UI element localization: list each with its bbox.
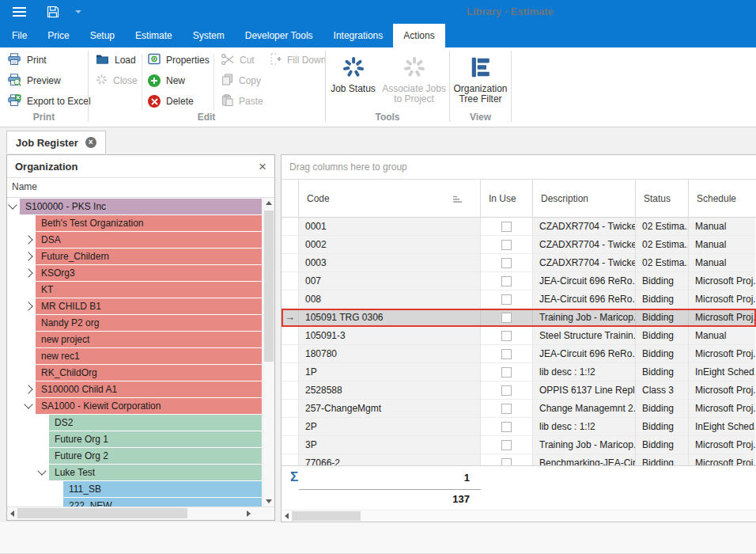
column-header-schedule[interactable]: Schedule [689,180,755,217]
export-to-excel-button[interactable]: Export to Excel [8,92,91,111]
hamburger-menu-icon[interactable] [13,7,26,17]
menu-tab-price[interactable]: Price [37,24,79,47]
menu-tab-actions[interactable]: Actions [393,24,444,47]
in-use-checkbox[interactable] [501,422,512,432]
menu-tab-estimate[interactable]: Estimate [125,24,183,47]
tree-item-future-org-1[interactable]: Future Org 1 [7,431,263,448]
copy-button[interactable]: Copy [221,71,261,90]
tree-item-kt[interactable]: KT [7,282,263,298]
scroll-up-icon[interactable] [266,201,272,205]
in-use-checkbox[interactable] [501,222,512,232]
paste-button[interactable]: Paste [221,92,263,111]
tree-item-luke-test[interactable]: Luke Test [7,465,263,481]
preview-button[interactable]: Preview [8,71,61,90]
expand-icon[interactable] [24,252,32,260]
menu-tab-setup[interactable]: Setup [80,24,125,47]
tree-item-future-org-2[interactable]: Future Org 2 [7,448,263,465]
in-use-checkbox[interactable] [501,367,512,378]
menu-tab-developer-tools[interactable]: Developer Tools [235,24,323,47]
tree-item-111-sb[interactable]: 111_SB [7,481,263,498]
column-header-in-use[interactable]: In Use [481,180,533,217]
tree-item-ds2[interactable]: DS2 [7,415,263,431]
scroll-left-icon[interactable] [285,513,289,519]
grid-row-2p[interactable]: 2Plib desc : 1:!2BiddingInEight Sched... [282,418,756,436]
in-use-checkbox[interactable] [501,440,512,450]
grid-row-2528588[interactable]: 2528588OPPIS 6137 Line Repl...Class 3Mic… [282,381,756,400]
grid-row-105091-trg-0306[interactable]: →105091 TRG 0306Training Job - Maricop..… [282,309,756,327]
tree-item-ksorg3[interactable]: KSOrg3 [7,265,263,282]
close-button[interactable]: Close [96,71,138,90]
menu-tab-file[interactable]: File [2,24,37,47]
tree-item-future-childern[interactable]: Future_Childern [7,249,263,265]
tree-item-rk-childorg[interactable]: RK_ChildOrg [7,365,263,381]
tree-item-sa1000-kiewit-corporation[interactable]: SA1000 - Kiewit Corporation [7,398,263,415]
fill-down-button[interactable]: Fill Down [270,51,326,70]
grid-row-1p[interactable]: 1Plib desc : 1:!2BiddingInEight Sched... [282,363,756,381]
tab-close-icon[interactable]: × [85,137,96,148]
in-use-checkbox[interactable] [501,294,512,305]
in-use-checkbox[interactable] [501,404,512,414]
scroll-left-icon[interactable] [10,510,14,517]
tree-item-mr-child-b1[interactable]: MR CHILD B1 [7,298,263,315]
collapse-icon[interactable] [8,200,17,209]
properties-button[interactable]: Properties [148,51,210,70]
in-use-checkbox[interactable] [501,240,512,250]
tree-item-nandy-p2-org[interactable]: Nandy P2 org [7,315,263,332]
panel-close-icon[interactable]: × [259,160,266,173]
expand-icon[interactable] [24,268,32,277]
associate-jobs-to-project-button[interactable]: Associate Jobs to Project [380,51,448,111]
grid-horizontal-scrollbar[interactable] [282,510,756,522]
grid-row-0002[interactable]: 0002CZADXR7704 - Twicke...02 Estima...Ma… [282,236,756,254]
tab-job-register[interactable]: Job Register × [6,131,106,154]
grid-row-3p[interactable]: 3PTraining Job - Maricop...BiddingMicros… [282,436,756,454]
scroll-down-icon[interactable] [266,499,272,503]
tree-item-new-rec1[interactable]: new rec1 [7,348,263,365]
column-header-code[interactable]: Code [299,180,481,217]
tree-item-s100000-child-a1[interactable]: S100000 Child A1 [7,381,263,398]
cut-button[interactable]: Cut [221,51,255,70]
save-dropdown-caret-icon[interactable] [75,10,81,13]
column-header-status[interactable]: Status [636,180,689,217]
in-use-checkbox[interactable] [501,385,512,396]
tree-vscrollbar-thumb[interactable] [264,211,274,362]
grid-row-0001[interactable]: 0001CZADXR7704 - Twicke...02 Estima...Ma… [282,218,756,236]
grid-row-77066-2[interactable]: 77066-2Benchmarking-JEA-Cir...BiddingMic… [282,454,756,465]
load-button[interactable]: Load [96,51,136,70]
delete-button[interactable]: Delete [148,92,194,111]
in-use-checkbox[interactable] [501,331,512,341]
grid-row-0003[interactable]: 0003CZADXR7704 - Twicke...02 Estima...Ma… [282,254,756,272]
scroll-right-icon[interactable] [247,510,251,517]
grid-row-008[interactable]: 008JEA-Circuit 696 ReRo...BiddingMicroso… [282,290,756,309]
column-header-description[interactable]: Description [533,180,636,217]
expand-icon[interactable] [24,235,32,244]
in-use-checkbox[interactable] [501,258,512,268]
in-use-checkbox[interactable] [501,276,512,286]
expand-icon[interactable] [24,302,32,310]
grid-row-180780[interactable]: 180780JEA-Circuit 696 ReRo...BiddingMicr… [282,345,756,363]
tree-item-s100000-pks-inc[interactable]: S100000 - PKS Inc [7,199,263,215]
menu-tab-integrations[interactable]: Integrations [323,24,394,47]
job-status-button[interactable]: Job Status [327,51,380,111]
new-button[interactable]: New [148,71,185,90]
grid-row-257-changemgmt[interactable]: 257-ChangeMgmtChange Managemnt 2...Biddi… [282,400,756,418]
tree-name-column-header[interactable]: Name [7,178,274,198]
collapse-icon[interactable] [24,400,32,408]
tree-item-new-project[interactable]: new project [7,332,263,348]
tree-hscrollbar-thumb[interactable] [17,508,187,518]
in-use-checkbox[interactable] [501,458,512,466]
group-by-hint[interactable]: Drag columns here to group [282,155,756,180]
tree-item-222-new[interactable]: 222_NEW [7,498,263,507]
grid-hscrollbar-thumb[interactable] [292,511,361,521]
in-use-checkbox[interactable] [501,313,512,323]
tree-vertical-scrollbar[interactable] [263,198,274,507]
tree-item-dsa[interactable]: DSA [7,232,263,249]
organization-tree-filter-button[interactable]: Organization Tree Filter [451,51,510,111]
grid-row-007[interactable]: 007JEA-Circuit 696 ReRo...BiddingMicroso… [282,272,756,290]
in-use-checkbox[interactable] [501,349,512,359]
collapse-icon[interactable] [37,466,46,475]
expand-icon[interactable] [24,385,32,393]
save-icon[interactable] [47,6,59,18]
tree-horizontal-scrollbar[interactable] [7,507,274,520]
menu-tab-system[interactable]: System [183,24,235,47]
tree-item-beth-s-test-organization[interactable]: Beth's Test Organization [7,215,263,232]
